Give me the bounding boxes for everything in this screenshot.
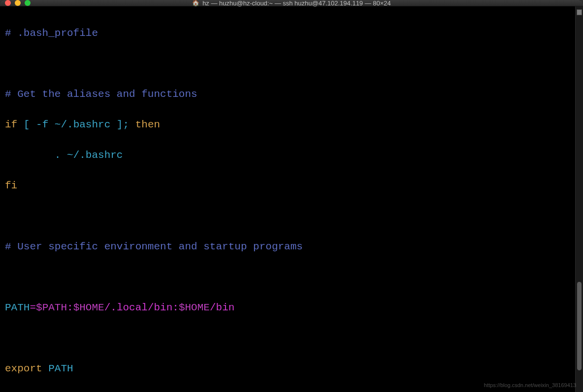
comment-text: # User specific environment and startup …: [5, 241, 303, 252]
path-sep: :: [67, 302, 73, 313]
code-line: # User specific environment and startup …: [5, 239, 572, 254]
scrollbar[interactable]: [575, 6, 583, 392]
keyword-if: if: [5, 119, 17, 130]
indent: [5, 150, 55, 161]
code-line: [5, 209, 572, 224]
terminal-content[interactable]: # .bash_profile # Get the aliases and fu…: [0, 6, 575, 392]
traffic-lights: [0, 0, 31, 6]
code-line: [5, 56, 572, 71]
code-line: . ~/.bashrc: [5, 148, 572, 163]
source-dot: .: [55, 150, 67, 161]
var-ref: $HOME: [73, 302, 104, 313]
close-window-button[interactable]: [5, 0, 11, 6]
equals: =: [30, 302, 36, 313]
zoom-window-button[interactable]: [25, 0, 31, 6]
window-title-text: hz — huzhu@hz-cloud:~ — ssh huzhu@47.102…: [202, 0, 391, 7]
code-line: # Get the aliases and functions: [5, 87, 572, 102]
minimize-window-button[interactable]: [15, 0, 21, 6]
keyword-export: export: [5, 363, 42, 374]
var-ref: $HOME: [179, 302, 210, 313]
path-segment: /.local/bin:: [104, 302, 179, 313]
var-name: PATH: [48, 363, 73, 374]
terminal-body: # .bash_profile # Get the aliases and fu…: [0, 6, 583, 392]
home-icon: 🏠: [192, 0, 199, 6]
code-line: # .bash_profile: [5, 26, 572, 41]
comment-text: # .bash_profile: [5, 28, 98, 39]
code-line: [5, 331, 572, 346]
scrollbar-marker: [577, 9, 582, 15]
condition: [ -f ~/.bashrc ];: [17, 119, 135, 130]
comment-text: # Get the aliases and functions: [5, 89, 197, 100]
window-title: 🏠 hz — huzhu@hz-cloud:~ — ssh huzhu@47.1…: [0, 0, 583, 7]
code-line: [5, 270, 572, 285]
keyword-fi: fi: [5, 180, 17, 191]
code-line: export PATH: [5, 361, 572, 376]
terminal-window: 🏠 hz — huzhu@hz-cloud:~ — ssh huzhu@47.1…: [0, 0, 583, 392]
space: [42, 363, 49, 374]
var-ref: $PATH: [36, 302, 67, 313]
code-line: if [ -f ~/.bashrc ]; then: [5, 117, 572, 132]
code-line: PATH=$PATH:$HOME/.local/bin:$HOME/bin: [5, 300, 572, 315]
path-literal: ~/.bashrc: [67, 150, 123, 161]
path-segment: /bin: [210, 302, 234, 313]
scrollbar-thumb[interactable]: [577, 282, 582, 370]
code-line: fi: [5, 178, 572, 193]
var-name: PATH: [5, 302, 30, 313]
keyword-then: then: [135, 119, 160, 130]
window-titlebar: 🏠 hz — huzhu@hz-cloud:~ — ssh huzhu@47.1…: [0, 0, 583, 6]
